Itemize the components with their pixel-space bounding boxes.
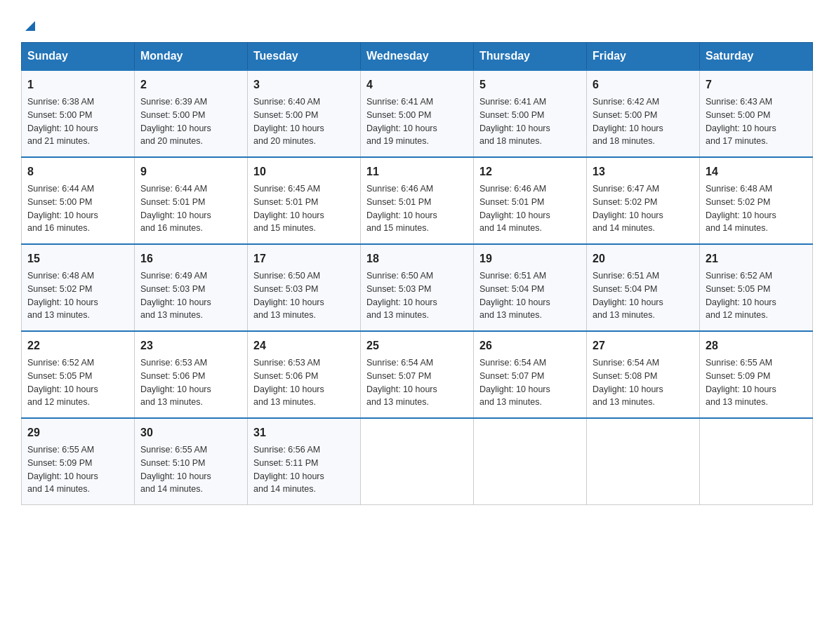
day-info: Sunrise: 6:55 AMSunset: 5:09 PMDaylight:…: [27, 443, 128, 496]
day-info: Sunrise: 6:45 AMSunset: 5:01 PMDaylight:…: [253, 182, 355, 235]
weekday-header-friday: Friday: [587, 43, 700, 71]
calendar-cell: [700, 418, 813, 505]
day-info: Sunrise: 6:54 AMSunset: 5:07 PMDaylight:…: [479, 356, 581, 409]
day-number: 30: [140, 424, 241, 441]
calendar-cell: 7Sunrise: 6:43 AMSunset: 5:00 PMDaylight…: [700, 70, 813, 157]
calendar-cell: 3Sunrise: 6:40 AMSunset: 5:00 PMDaylight…: [248, 70, 361, 157]
day-number: 21: [706, 250, 807, 267]
day-number: 20: [593, 250, 694, 267]
day-number: 7: [706, 76, 807, 93]
calendar-cell: 4Sunrise: 6:41 AMSunset: 5:00 PMDaylight…: [361, 70, 474, 157]
day-number: 13: [593, 163, 694, 180]
day-number: 9: [140, 163, 241, 180]
day-number: 11: [366, 163, 468, 180]
day-info: Sunrise: 6:48 AMSunset: 5:02 PMDaylight:…: [706, 182, 807, 235]
calendar-week-row: 22Sunrise: 6:52 AMSunset: 5:05 PMDayligh…: [22, 331, 813, 418]
calendar-cell: 11Sunrise: 6:46 AMSunset: 5:01 PMDayligh…: [361, 157, 474, 244]
svg-marker-0: [25, 21, 35, 31]
calendar-cell: 13Sunrise: 6:47 AMSunset: 5:02 PMDayligh…: [587, 157, 700, 244]
calendar-cell: 15Sunrise: 6:48 AMSunset: 5:02 PMDayligh…: [22, 244, 135, 331]
calendar-cell: [474, 418, 587, 505]
page-header: [21, 14, 813, 29]
day-info: Sunrise: 6:46 AMSunset: 5:01 PMDaylight:…: [479, 182, 581, 235]
calendar-week-row: 15Sunrise: 6:48 AMSunset: 5:02 PMDayligh…: [22, 244, 813, 331]
calendar-cell: 17Sunrise: 6:50 AMSunset: 5:03 PMDayligh…: [248, 244, 361, 331]
day-number: 23: [140, 337, 241, 354]
weekday-header-wednesday: Wednesday: [361, 43, 474, 71]
calendar-cell: 12Sunrise: 6:46 AMSunset: 5:01 PMDayligh…: [474, 157, 587, 244]
calendar-cell: 30Sunrise: 6:55 AMSunset: 5:10 PMDayligh…: [135, 418, 248, 505]
day-info: Sunrise: 6:51 AMSunset: 5:04 PMDaylight:…: [479, 269, 581, 322]
day-number: 31: [253, 424, 355, 441]
day-info: Sunrise: 6:47 AMSunset: 5:02 PMDaylight:…: [593, 182, 694, 235]
calendar-cell: 28Sunrise: 6:55 AMSunset: 5:09 PMDayligh…: [700, 331, 813, 418]
day-info: Sunrise: 6:55 AMSunset: 5:10 PMDaylight:…: [140, 443, 241, 496]
calendar-header-row: SundayMondayTuesdayWednesdayThursdayFrid…: [22, 43, 813, 71]
day-info: Sunrise: 6:49 AMSunset: 5:03 PMDaylight:…: [140, 269, 241, 322]
day-info: Sunrise: 6:39 AMSunset: 5:00 PMDaylight:…: [140, 95, 241, 148]
calendar-week-row: 8Sunrise: 6:44 AMSunset: 5:00 PMDaylight…: [22, 157, 813, 244]
calendar-cell: 31Sunrise: 6:56 AMSunset: 5:11 PMDayligh…: [248, 418, 361, 505]
calendar-cell: 23Sunrise: 6:53 AMSunset: 5:06 PMDayligh…: [135, 331, 248, 418]
day-info: Sunrise: 6:44 AMSunset: 5:01 PMDaylight:…: [140, 182, 241, 235]
day-info: Sunrise: 6:38 AMSunset: 5:00 PMDaylight:…: [27, 95, 128, 148]
day-number: 22: [27, 337, 128, 354]
calendar-cell: 24Sunrise: 6:53 AMSunset: 5:06 PMDayligh…: [248, 331, 361, 418]
day-number: 2: [140, 76, 241, 93]
weekday-header-saturday: Saturday: [700, 43, 813, 71]
day-info: Sunrise: 6:50 AMSunset: 5:03 PMDaylight:…: [253, 269, 355, 322]
calendar-cell: 21Sunrise: 6:52 AMSunset: 5:05 PMDayligh…: [700, 244, 813, 331]
day-number: 17: [253, 250, 355, 267]
day-number: 5: [479, 76, 581, 93]
day-info: Sunrise: 6:41 AMSunset: 5:00 PMDaylight:…: [366, 95, 468, 148]
day-number: 12: [479, 163, 581, 180]
day-info: Sunrise: 6:56 AMSunset: 5:11 PMDaylight:…: [253, 443, 355, 496]
day-info: Sunrise: 6:52 AMSunset: 5:05 PMDaylight:…: [27, 356, 128, 409]
day-info: Sunrise: 6:53 AMSunset: 5:06 PMDaylight:…: [140, 356, 241, 409]
day-info: Sunrise: 6:53 AMSunset: 5:06 PMDaylight:…: [253, 356, 355, 409]
day-info: Sunrise: 6:51 AMSunset: 5:04 PMDaylight:…: [593, 269, 694, 322]
calendar-table: SundayMondayTuesdayWednesdayThursdayFrid…: [21, 42, 813, 505]
weekday-header-sunday: Sunday: [22, 43, 135, 71]
day-number: 1: [27, 76, 128, 93]
day-number: 18: [366, 250, 468, 267]
calendar-cell: [587, 418, 700, 505]
day-number: 6: [593, 76, 694, 93]
weekday-header-thursday: Thursday: [474, 43, 587, 71]
day-info: Sunrise: 6:54 AMSunset: 5:07 PMDaylight:…: [366, 356, 468, 409]
day-number: 8: [27, 163, 128, 180]
day-number: 14: [706, 163, 807, 180]
day-info: Sunrise: 6:41 AMSunset: 5:00 PMDaylight:…: [479, 95, 581, 148]
day-info: Sunrise: 6:52 AMSunset: 5:05 PMDaylight:…: [706, 269, 807, 322]
day-number: 3: [253, 76, 355, 93]
day-number: 19: [479, 250, 581, 267]
calendar-cell: 14Sunrise: 6:48 AMSunset: 5:02 PMDayligh…: [700, 157, 813, 244]
calendar-cell: 1Sunrise: 6:38 AMSunset: 5:00 PMDaylight…: [22, 70, 135, 157]
calendar-cell: 26Sunrise: 6:54 AMSunset: 5:07 PMDayligh…: [474, 331, 587, 418]
calendar-cell: 6Sunrise: 6:42 AMSunset: 5:00 PMDaylight…: [587, 70, 700, 157]
calendar-cell: 9Sunrise: 6:44 AMSunset: 5:01 PMDaylight…: [135, 157, 248, 244]
calendar-week-row: 1Sunrise: 6:38 AMSunset: 5:00 PMDaylight…: [22, 70, 813, 157]
calendar-cell: 5Sunrise: 6:41 AMSunset: 5:00 PMDaylight…: [474, 70, 587, 157]
day-info: Sunrise: 6:54 AMSunset: 5:08 PMDaylight:…: [593, 356, 694, 409]
logo-triangle-icon: [22, 18, 38, 34]
day-number: 4: [366, 76, 468, 93]
weekday-header-monday: Monday: [135, 43, 248, 71]
day-number: 15: [27, 250, 128, 267]
weekday-header-tuesday: Tuesday: [248, 43, 361, 71]
logo: [21, 20, 38, 29]
day-info: Sunrise: 6:50 AMSunset: 5:03 PMDaylight:…: [366, 269, 468, 322]
calendar-cell: 19Sunrise: 6:51 AMSunset: 5:04 PMDayligh…: [474, 244, 587, 331]
day-info: Sunrise: 6:40 AMSunset: 5:00 PMDaylight:…: [253, 95, 355, 148]
day-info: Sunrise: 6:44 AMSunset: 5:00 PMDaylight:…: [27, 182, 128, 235]
day-number: 26: [479, 337, 581, 354]
calendar-cell: 18Sunrise: 6:50 AMSunset: 5:03 PMDayligh…: [361, 244, 474, 331]
day-info: Sunrise: 6:42 AMSunset: 5:00 PMDaylight:…: [593, 95, 694, 148]
calendar-week-row: 29Sunrise: 6:55 AMSunset: 5:09 PMDayligh…: [22, 418, 813, 505]
day-info: Sunrise: 6:55 AMSunset: 5:09 PMDaylight:…: [706, 356, 807, 409]
calendar-cell: 25Sunrise: 6:54 AMSunset: 5:07 PMDayligh…: [361, 331, 474, 418]
day-number: 10: [253, 163, 355, 180]
day-number: 24: [253, 337, 355, 354]
calendar-cell: 22Sunrise: 6:52 AMSunset: 5:05 PMDayligh…: [22, 331, 135, 418]
calendar-cell: 27Sunrise: 6:54 AMSunset: 5:08 PMDayligh…: [587, 331, 700, 418]
